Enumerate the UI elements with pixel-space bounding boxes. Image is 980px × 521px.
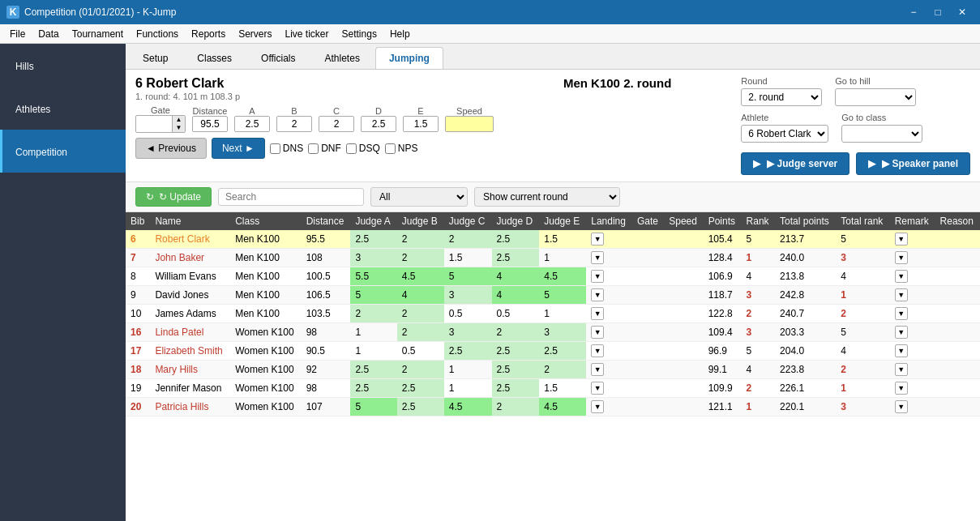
judge-c-input[interactable] (319, 116, 354, 132)
sidebar-item-athletes[interactable]: Athletes (0, 87, 126, 130)
go-to-class-select[interactable] (841, 125, 922, 143)
nps-checkbox-label[interactable]: NPS (385, 143, 418, 154)
landing-dropdown[interactable]: ▼ (591, 363, 604, 376)
landing-dropdown[interactable]: ▼ (591, 233, 604, 246)
sidebar-item-competition[interactable]: Competition (0, 130, 126, 173)
col-class: Class (230, 212, 302, 230)
remark-dropdown[interactable]: ▼ (895, 251, 908, 264)
remark-dropdown[interactable]: ▼ (895, 382, 908, 395)
dsq-checkbox-label[interactable]: DSQ (346, 143, 380, 154)
dnf-checkbox-label[interactable]: DNF (308, 143, 341, 154)
close-button[interactable]: ✕ (951, 3, 974, 21)
speaker-panel-label: ▶ Speaker panel (882, 158, 958, 169)
filter-select[interactable]: All Men K100 Women K100 (370, 187, 468, 207)
dns-checkbox-label[interactable]: DNS (270, 143, 303, 154)
col-remark: Remark (890, 212, 935, 230)
remark-dropdown[interactable]: ▼ (895, 326, 908, 339)
col-reason: Reason (935, 212, 980, 230)
table-row[interactable]: 17Elizabeth SmithWomen K10090.510.52.52.… (126, 342, 980, 361)
landing-dropdown[interactable]: ▼ (591, 251, 604, 264)
menu-settings[interactable]: Settings (336, 27, 383, 41)
nps-checkbox[interactable] (385, 143, 396, 154)
dsq-checkbox[interactable] (346, 143, 357, 154)
landing-dropdown[interactable]: ▼ (591, 326, 604, 339)
results-table-wrapper: Bib Name Class Distance Judge A Judge B … (126, 212, 980, 521)
col-rank: Rank (742, 212, 775, 230)
landing-dropdown[interactable]: ▼ (591, 382, 604, 395)
jump-form-title: 6 Robert Clark (135, 76, 224, 90)
remark-dropdown[interactable]: ▼ (895, 307, 908, 320)
dsq-label: DSQ (359, 143, 380, 154)
landing-dropdown[interactable]: ▼ (591, 400, 604, 413)
dns-label: DNS (283, 143, 303, 154)
search-input[interactable] (218, 188, 364, 206)
menu-tournament[interactable]: Tournament (66, 27, 130, 41)
remark-dropdown[interactable]: ▼ (895, 233, 908, 246)
sidebar-item-hills[interactable]: Hills (0, 44, 126, 87)
gate-up-arrow[interactable]: ▲ (172, 116, 185, 124)
menu-help[interactable]: Help (383, 27, 417, 41)
menu-reports[interactable]: Reports (185, 27, 232, 41)
table-row[interactable]: 16Linda PatelWomen K1009812323▼109.43203… (126, 323, 980, 342)
table-row[interactable]: 7John BakerMen K100108321.52.51▼128.4124… (126, 249, 980, 267)
next-button[interactable]: Next ► (212, 138, 265, 159)
content-area: Setup Classes Officials Athletes Jumping… (126, 44, 980, 521)
judge-d-input[interactable] (361, 116, 396, 132)
previous-button[interactable]: ◄ Previous (135, 138, 207, 159)
athlete-select[interactable]: 6 Robert Clark (741, 125, 828, 143)
tab-setup[interactable]: Setup (129, 47, 182, 69)
remark-dropdown[interactable]: ▼ (895, 270, 908, 283)
title-bar: K Competition (01/01/2021) - K-Jump − □ … (0, 0, 980, 24)
col-points: Points (704, 212, 742, 230)
table-row[interactable]: 19Jennifer MasonWomen K100982.52.512.51.… (126, 379, 980, 398)
judge-e-input[interactable] (403, 116, 439, 132)
remark-dropdown[interactable]: ▼ (895, 363, 908, 376)
distance-input[interactable] (192, 116, 228, 132)
round-filter-select[interactable]: Show current round Show all rounds (474, 187, 620, 207)
dnf-checkbox[interactable] (308, 143, 319, 154)
remark-dropdown[interactable]: ▼ (895, 400, 908, 413)
tab-jumping[interactable]: Jumping (375, 47, 443, 69)
tab-classes[interactable]: Classes (183, 47, 246, 69)
remark-dropdown[interactable]: ▼ (895, 344, 908, 357)
menu-file[interactable]: File (3, 27, 32, 41)
jump-form-subtitle: 1. round: 4. 101 m 108.3 p (135, 92, 240, 101)
menu-live-ticker[interactable]: Live ticker (278, 27, 335, 41)
table-row[interactable]: 20Patricia HillsWomen K10010752.54.524.5… (126, 398, 980, 416)
speed-field-group: Speed (445, 106, 494, 132)
table-row[interactable]: 9David JonesMen K100106.554345▼118.73242… (126, 286, 980, 305)
tab-athletes[interactable]: Athletes (311, 47, 374, 69)
table-row[interactable]: 10James AdamsMen K100103.5220.50.51▼122.… (126, 305, 980, 323)
selects-row: Round 1. round 2. round Go to hill (741, 76, 970, 106)
speed-input[interactable] (445, 116, 494, 132)
menu-servers[interactable]: Servers (232, 27, 278, 41)
nav-row: ◄ Previous Next ► DNS DNF DSQ NPS (135, 138, 494, 159)
speaker-panel-button[interactable]: ▶ ▶ Speaker panel (856, 152, 970, 175)
menu-data[interactable]: Data (32, 27, 65, 41)
landing-dropdown[interactable]: ▼ (591, 307, 604, 320)
landing-dropdown[interactable]: ▼ (591, 344, 604, 357)
landing-dropdown[interactable]: ▼ (591, 270, 604, 283)
round-select[interactable]: 1. round 2. round (741, 88, 822, 106)
dns-checkbox[interactable] (270, 143, 280, 154)
judge-a-input[interactable] (234, 116, 270, 132)
maximize-button[interactable]: □ (927, 3, 949, 21)
go-to-hill-select[interactable] (835, 88, 916, 106)
judge-b-input[interactable] (276, 116, 312, 132)
go-to-hill-group: Go to hill (835, 76, 916, 106)
tab-officials[interactable]: Officials (247, 47, 309, 69)
jump-form-center: Men K100 2. round (547, 76, 687, 90)
remark-dropdown[interactable]: ▼ (895, 288, 908, 301)
gate-input[interactable] (136, 117, 172, 131)
table-row[interactable]: 18Mary HillsWomen K100922.5212.52▼99.142… (126, 361, 980, 379)
table-row[interactable]: 6Robert ClarkMen K10095.52.5222.51.5▼105… (126, 230, 980, 249)
table-row[interactable]: 8William EvansMen K100100.55.54.5544.5▼1… (126, 267, 980, 286)
judge-server-button[interactable]: ▶ ▶ Judge server (741, 152, 849, 175)
landing-dropdown[interactable]: ▼ (591, 288, 604, 301)
col-judge-c: Judge C (444, 212, 492, 230)
gate-down-arrow[interactable]: ▼ (172, 124, 185, 132)
menu-functions[interactable]: Functions (130, 27, 185, 41)
b-field-group: B (276, 106, 312, 132)
update-button[interactable]: ↻ ↻ Update (135, 187, 212, 207)
minimize-button[interactable]: − (902, 3, 925, 21)
